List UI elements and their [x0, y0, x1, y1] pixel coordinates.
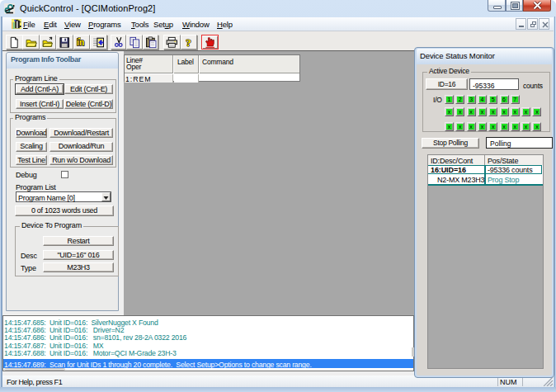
svg-text:in: in: [77, 38, 84, 48]
svg-text:?: ?: [186, 37, 191, 50]
